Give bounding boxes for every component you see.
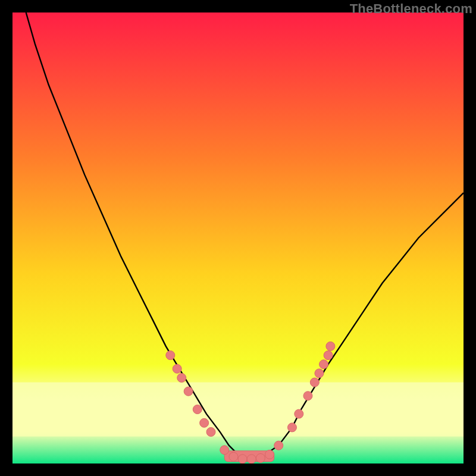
curve-marker — [206, 427, 215, 436]
curve-marker — [166, 351, 175, 360]
curve-marker — [200, 418, 209, 427]
curve-marker — [295, 409, 303, 418]
curve-marker — [274, 441, 283, 450]
chart-frame — [12, 12, 464, 464]
watermark-text: TheBottleneck.com — [350, 1, 472, 17]
curve-marker — [324, 351, 333, 360]
curve-marker — [256, 453, 265, 462]
curve-marker — [265, 450, 274, 459]
bottleneck-chart — [12, 12, 464, 464]
curve-marker — [303, 392, 312, 400]
curve-marker — [220, 446, 229, 455]
curve-marker — [238, 455, 247, 464]
curve-marker — [315, 369, 324, 378]
curve-marker — [326, 342, 335, 350]
curve-marker — [177, 373, 186, 382]
curve-marker — [193, 405, 202, 414]
curve-marker — [184, 387, 193, 396]
pale-yellow-band — [12, 383, 464, 437]
curve-marker — [229, 452, 238, 461]
curve-marker — [173, 364, 181, 373]
curve-marker — [310, 378, 319, 387]
curve-marker — [247, 455, 256, 464]
curve-marker — [320, 360, 328, 369]
curve-marker — [287, 423, 296, 432]
